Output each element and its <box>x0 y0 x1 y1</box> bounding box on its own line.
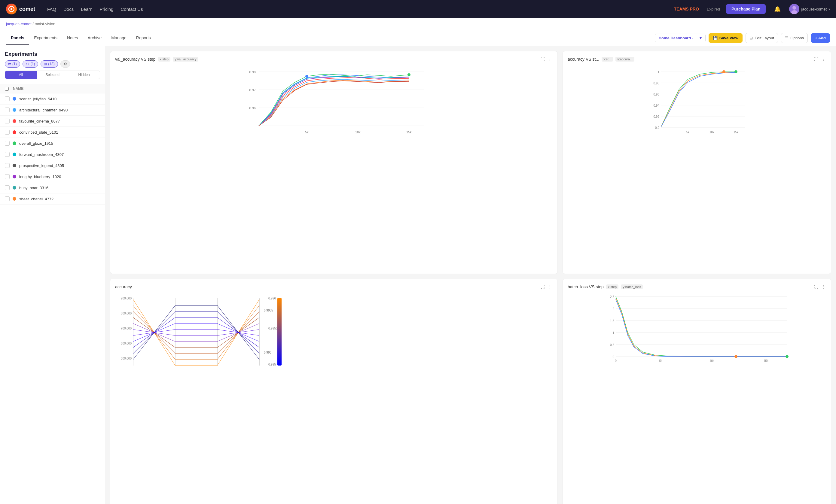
chart-tag-y: y:val_accuracy <box>173 57 198 62</box>
list-item[interactable]: lengthy_blueberry_1020 <box>0 171 105 182</box>
svg-text:5k: 5k <box>659 359 663 363</box>
exp-checkbox[interactable] <box>5 96 10 101</box>
exp-checkbox[interactable] <box>5 108 10 112</box>
filter-chip-3[interactable]: ⚙ <box>60 60 70 67</box>
filter-chip-1[interactable]: ↑↓ (1) <box>22 60 38 67</box>
chart-accuracy-parallel: accuracy ⛶ ⋮ 900.000 800.000 700.000 600… <box>110 279 558 504</box>
chart-tag-x: x:st... <box>602 57 613 62</box>
list-item[interactable]: scarlet_jellyfish_5410 <box>0 93 105 104</box>
svg-text:900.000: 900.000 <box>121 297 132 300</box>
edit-layout-button[interactable]: ⊞ Edit Layout <box>745 33 778 43</box>
options-icon: ☰ <box>785 36 788 40</box>
tab-archive[interactable]: Archive <box>83 31 107 45</box>
list-item[interactable]: convinced_slate_5101 <box>0 127 105 138</box>
tab-reports[interactable]: Reports <box>131 31 156 45</box>
save-view-button[interactable]: 💾 Save View <box>708 33 743 43</box>
svg-point-32 <box>722 70 725 73</box>
expand-button[interactable]: ⛶ <box>540 284 546 290</box>
select-all-checkbox[interactable] <box>5 87 9 91</box>
edit-layout-icon: ⊞ <box>749 36 753 40</box>
exp-checkbox[interactable] <box>5 130 10 135</box>
nav-pricing[interactable]: Pricing <box>100 5 114 13</box>
nav-learn[interactable]: Learn <box>81 5 92 13</box>
add-button[interactable]: + Add <box>811 33 830 43</box>
more-options-button[interactable]: ⋮ <box>547 56 553 62</box>
list-item[interactable]: overall_glaze_1915 <box>0 138 105 149</box>
list-item[interactable]: forward_mushroom_4307 <box>0 149 105 160</box>
exp-checkbox[interactable] <box>5 174 10 179</box>
exp-checkbox[interactable] <box>5 196 10 201</box>
nav-contact[interactable]: Contact Us <box>120 5 143 13</box>
settings-icon: ⚙ <box>64 62 67 66</box>
tab-manage[interactable]: Manage <box>107 31 131 45</box>
columns-icon: ⊞ <box>44 62 47 66</box>
nav-faq[interactable]: FAQ <box>47 5 56 13</box>
more-options-button[interactable]: ⋮ <box>821 284 826 290</box>
svg-text:15k: 15k <box>764 359 769 363</box>
svg-text:0.995: 0.995 <box>264 351 271 354</box>
toggle-hidden[interactable]: Hidden <box>68 71 100 79</box>
chart-accuracy-vs-st: accuracy VS st... x:st... y:accura... ⛶ … <box>563 51 831 274</box>
purchase-plan-button[interactable]: Purchase Plan <box>726 4 766 14</box>
expand-button[interactable]: ⛶ <box>540 56 546 62</box>
nav-docs[interactable]: Docs <box>63 5 74 13</box>
user-menu[interactable]: jacques-comet ▾ <box>789 4 830 14</box>
svg-text:1: 1 <box>612 331 614 335</box>
filter-chip-2[interactable]: ⊞ (13) <box>41 60 58 67</box>
add-label: + Add <box>815 36 826 40</box>
sort-icon: ↑↓ <box>26 62 30 66</box>
exp-color-dot <box>13 108 16 112</box>
tab-experiments[interactable]: Experiments <box>29 31 62 45</box>
toggle-selected[interactable]: Selected <box>37 71 68 79</box>
svg-text:0.96: 0.96 <box>653 93 660 96</box>
svg-point-15 <box>407 73 411 76</box>
options-button[interactable]: ☰ Options <box>781 33 808 43</box>
exp-color-dot <box>13 186 16 190</box>
parallel-coords-svg: 900.000 800.000 700.000 600.000 500.000 … <box>115 293 289 374</box>
expired-badge: Expired <box>707 7 720 12</box>
svg-text:0.996: 0.996 <box>268 297 276 300</box>
list-item[interactable]: busy_boar_3316 <box>0 182 105 193</box>
chart-title: accuracy VS st... <box>568 57 599 62</box>
bell-icon[interactable]: 🔔 <box>772 4 783 14</box>
breadcrumb-user[interactable]: jacques-comet <box>6 22 32 26</box>
exp-checkbox[interactable] <box>5 163 10 168</box>
exp-name: lengthy_blueberry_1020 <box>19 175 61 179</box>
charts-area: val_accuracy VS step x:step y:val_accura… <box>105 46 836 504</box>
more-options-button[interactable]: ⋮ <box>821 56 826 62</box>
logo-text: comet <box>19 6 35 12</box>
list-item[interactable]: architectural_chamfer_9490 <box>0 104 105 116</box>
accuracy-chart: 1 0.98 0.96 0.94 0.92 0.9 5k 10k 15k <box>568 66 826 138</box>
tab-notes[interactable]: Notes <box>62 31 83 45</box>
svg-text:500.000: 500.000 <box>121 357 132 360</box>
dashboard-label: Home Dashboard - ... <box>659 36 698 40</box>
expand-button[interactable]: ⛶ <box>814 56 819 62</box>
sidebar-header: Experiments ⇄ (1) ↑↓ (1) ⊞ (13) ⚙ <box>0 46 105 84</box>
nav-links: FAQ Docs Learn Pricing Contact Us <box>47 5 143 13</box>
list-item[interactable]: favourite_cinema_8677 <box>0 116 105 127</box>
exp-checkbox[interactable] <box>5 152 10 157</box>
svg-text:0.94: 0.94 <box>653 104 660 107</box>
logo[interactable]: comet <box>6 4 35 15</box>
navbar: comet FAQ Docs Learn Pricing Contact Us … <box>0 0 836 18</box>
filter-chip-0[interactable]: ⇄ (1) <box>5 60 20 67</box>
exp-checkbox[interactable] <box>5 119 10 123</box>
toggle-all[interactable]: All <box>5 71 37 79</box>
chart-actions: ⛶ ⋮ <box>540 56 553 62</box>
exp-color-dot <box>13 141 16 145</box>
exp-checkbox[interactable] <box>5 141 10 146</box>
svg-text:0.97: 0.97 <box>249 88 256 92</box>
svg-text:2.5: 2.5 <box>610 295 614 298</box>
tab-panels[interactable]: Panels <box>6 31 29 45</box>
svg-point-66 <box>785 355 788 358</box>
exp-checkbox[interactable] <box>5 185 10 190</box>
more-options-button[interactable]: ⋮ <box>547 284 553 290</box>
list-item[interactable]: sheer_chanel_4772 <box>0 193 105 205</box>
expand-button[interactable]: ⛶ <box>814 284 819 290</box>
dashboard-dropdown[interactable]: Home Dashboard - ... ▾ <box>655 34 706 42</box>
svg-text:0.9955: 0.9955 <box>264 309 273 312</box>
list-item[interactable]: prospective_legend_4305 <box>0 160 105 171</box>
exp-name: convinced_slate_5101 <box>19 130 58 135</box>
parallel-chart-container: 900.000 800.000 700.000 600.000 500.000 … <box>115 293 553 374</box>
svg-text:0.9955: 0.9955 <box>268 327 278 330</box>
